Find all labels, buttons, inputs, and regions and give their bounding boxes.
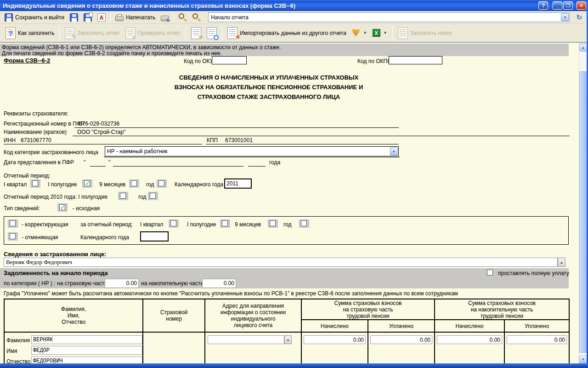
calendar-year-input[interactable] [224,178,252,189]
minimize-button[interactable]: _ [553,1,562,10]
name-input[interactable] [31,346,142,355]
checkbox-full-payment[interactable] [485,269,495,277]
calendar-year2-input[interactable] [140,231,169,242]
m9-label: 9 месяцев [235,221,261,228]
chevron-down-icon[interactable] [561,13,569,21]
export-foxpro-button[interactable]: ▼ [349,28,370,38]
scroll-up-button[interactable]: ▲ [579,44,587,52]
header-paid-1: Уплачено [368,320,434,332]
info-type-label: Тип сведений: [4,205,40,212]
accrued-accum-input[interactable] [437,335,502,344]
help-button[interactable]: ? [538,1,548,10]
save-and-exit-button[interactable]: ✕ Сохранить и выйти [2,12,67,23]
save-as-button[interactable] [81,12,95,23]
patronymic-label: Отчество [6,358,30,363]
toolbar-separator [186,26,186,40]
address-input[interactable] [208,335,284,344]
okpo-label: Код по ОКПО [357,58,392,64]
how-to-fill-button[interactable]: ? Как заполнить [3,26,57,40]
fill-report-button[interactable]: ✎ Заполнить отчет [62,26,122,40]
field-underline [4,144,202,144]
calendar-year2-label: Календарного года [80,234,129,241]
toolbar-actions: ? Как заполнить ✎ Заполнить отчет ✔ Пров… [0,24,587,43]
kpp-value: 673001001 [225,137,253,144]
checkbox-2010-h1[interactable] [118,192,128,200]
pay-tax-button[interactable]: Заплатить налог [395,26,456,40]
grid-line [5,332,569,333]
checkbox-2010-year[interactable] [148,192,158,200]
checkbox-h1[interactable] [82,179,92,188]
form-title-line2: ВЗНОСАХ НА ОБЯЗАТЕЛЬНОЕ ПЕНСИОННОЕ СТРАХ… [0,82,537,92]
checkbox-corr-m9[interactable] [268,219,278,228]
check-document-icon: ✔ [125,27,136,39]
save-button[interactable] [67,12,81,23]
history-report-button[interactable] [204,26,220,40]
close-button[interactable]: ✕ [577,1,586,10]
date-year-underline [248,166,266,167]
checkbox-q1[interactable] [30,179,40,188]
form-title-line1: СВЕДЕНИЯ О НАЧИСЛЕННЫХ И УПЛАЧЕННЫХ СТРА… [0,73,537,82]
okud-input[interactable] [212,56,247,64]
vertical-scrollbar[interactable]: ▲ ▼ [579,44,587,363]
address-spinner-button[interactable] [284,335,292,344]
print-settings-button[interactable]: ↻ [158,13,172,22]
import-document-icon: ◀ [227,27,237,39]
checkbox-corr-q1[interactable] [169,219,179,228]
patronymic-input[interactable] [31,356,142,363]
chevron-down-icon[interactable] [390,147,398,155]
org-name-label: Наименование (краткое) [4,129,67,135]
scroll-down-button[interactable]: ▼ [579,356,587,363]
debt-category-label: по категории ( НР ) : на страховую часть… [4,280,108,287]
chevron-down-icon[interactable]: ▼ [384,31,387,35]
zoom-out-button[interactable] [190,12,204,23]
checkbox-year[interactable] [157,179,167,188]
person-spinner-button[interactable] [558,258,565,267]
header-address: Адрес для направления информации о состо… [205,299,301,332]
report-navigation-value: Начало отчета [211,14,249,21]
otmen-label: - отменяющая [22,234,58,241]
surname-input[interactable] [31,335,142,344]
category-value: НР - наемный работник [107,148,168,155]
scrollbar-thumb[interactable] [579,71,587,353]
kpp-label: КПП [207,137,218,144]
submission-date-label: Дата представления в ПФР [4,159,74,166]
debt-insurance-input[interactable] [105,279,139,288]
printer-settings-icon: ↻ [161,16,169,21]
link-report-button[interactable]: ∞ [188,26,204,40]
checkbox-corr-year[interactable] [299,219,309,228]
zoom-in-button[interactable] [176,12,190,23]
foxpro-icon [352,29,360,36]
window-title: Индивидуальные сведения о страховом стаж… [3,2,295,9]
paid-note: Графа "Уплачено" может быть рассчитана а… [4,290,458,297]
field-underline [74,127,399,128]
check-report-button[interactable]: ✔ Проверить отчет [123,26,183,40]
refresh-button[interactable]: ↻ [573,12,585,23]
person-combobox[interactable]: Верняк Федор Федорович [4,258,558,267]
report-navigation-combobox[interactable]: Начало отчета [208,12,570,22]
info-banner: Форма сведений (СЗВ-6-1 или СЗВ-6-2) опр… [0,44,569,56]
checkbox-ishodnaya[interactable] [57,203,68,212]
q1-label: I квартал [4,181,27,188]
debt-accum-input[interactable] [202,279,236,288]
checkbox-korrekt[interactable] [8,219,18,228]
goda-label: года [269,159,280,166]
checkbox-m9[interactable] [129,179,139,188]
okpo-input[interactable] [389,56,442,64]
checkbox-corr-h1[interactable] [220,219,230,228]
accrued-insurance-input[interactable] [304,335,366,344]
print-button[interactable]: Напечатать [113,13,158,22]
export-pdf-button[interactable]: A [95,12,108,23]
toolbar-separator [110,12,111,23]
restore-button[interactable]: ❐ [563,1,573,10]
chevron-down-icon[interactable]: ▼ [363,31,367,35]
paid-insurance-input[interactable] [370,335,432,344]
import-data-button[interactable]: ◀ Импортировать данные из другого отчета [225,26,349,40]
org-name-value: ООО "Строй-Стар" [77,129,125,135]
period-header: Отчетный период: [4,172,50,179]
checkbox-otmen[interactable] [8,232,18,241]
paid-accum-input[interactable] [507,335,567,344]
export-excel-button[interactable]: X▼ [370,28,390,38]
category-combobox[interactable]: НР - наемный работник [105,146,399,156]
toolbar-main: ✕ Сохранить и выйти A Напечатать ↻ Начал… [0,11,587,24]
form-name: Форма СЗВ--6-2 [4,57,50,64]
